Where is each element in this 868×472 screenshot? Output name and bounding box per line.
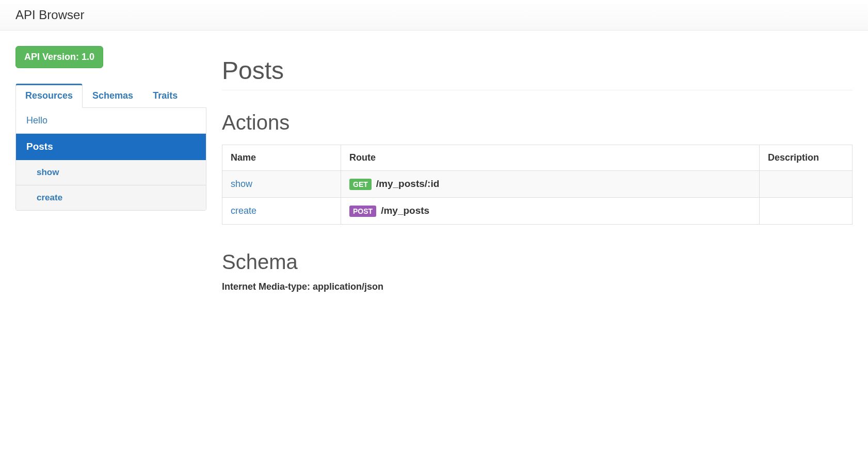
- tab-traits[interactable]: Traits: [143, 84, 187, 108]
- actions-table: Name Route Description show GET /my_post…: [222, 145, 853, 225]
- action-name-cell: create: [222, 198, 341, 225]
- navbar-brand[interactable]: API Browser: [15, 8, 84, 22]
- sidebar-item-label[interactable]: Posts: [26, 141, 53, 152]
- tab-schemas[interactable]: Schemas: [83, 84, 143, 108]
- action-link-create[interactable]: create: [231, 206, 256, 216]
- sidebar-subitem-show[interactable]: show: [16, 160, 206, 185]
- route-path: /my_posts: [381, 205, 429, 216]
- table-row: create POST /my_posts: [222, 198, 853, 225]
- th-name: Name: [222, 145, 341, 171]
- main-content: Posts Actions Name Route Description sho…: [222, 46, 853, 292]
- th-description: Description: [760, 145, 853, 171]
- api-version-button[interactable]: API Version: 1.0: [15, 46, 103, 68]
- table-row: show GET /my_posts/:id: [222, 171, 853, 198]
- action-link-show[interactable]: show: [231, 179, 252, 189]
- sidebar-item-posts[interactable]: Posts: [16, 134, 206, 160]
- resource-list: Hello Posts show create: [16, 108, 206, 210]
- schema-heading: Schema: [222, 250, 853, 274]
- tab-schemas-label[interactable]: Schemas: [83, 84, 143, 108]
- action-description-cell: [760, 171, 853, 198]
- navbar: API Browser: [0, 0, 868, 30]
- sidebar-subitem-create[interactable]: create: [16, 185, 206, 210]
- table-header-row: Name Route Description: [222, 145, 853, 171]
- actions-heading: Actions: [222, 111, 853, 134]
- main-container: API Version: 1.0 Resources Schemas Trait…: [0, 30, 868, 308]
- sidebar-panel: Hello Posts show create: [15, 108, 206, 211]
- action-route-cell: GET /my_posts/:id: [341, 171, 760, 198]
- sidebar: API Version: 1.0 Resources Schemas Trait…: [15, 46, 206, 292]
- th-route: Route: [341, 145, 760, 171]
- sidebar-tabs: Resources Schemas Traits: [15, 84, 206, 108]
- sidebar-subitem-label[interactable]: create: [37, 193, 62, 202]
- media-type-label: Internet Media-type: application/json: [222, 281, 853, 292]
- tab-resources-label[interactable]: Resources: [15, 84, 83, 108]
- sidebar-subitem-label[interactable]: show: [37, 167, 59, 177]
- sidebar-item-label[interactable]: Hello: [26, 115, 47, 125]
- route-path: /my_posts/:id: [376, 178, 439, 189]
- action-description-cell: [760, 198, 853, 225]
- http-method-badge: POST: [349, 206, 376, 217]
- action-name-cell: show: [222, 171, 341, 198]
- tab-resources[interactable]: Resources: [15, 84, 83, 108]
- action-route-cell: POST /my_posts: [341, 198, 760, 225]
- http-method-badge: GET: [349, 179, 372, 190]
- page-title: Posts: [222, 56, 853, 90]
- tab-traits-label[interactable]: Traits: [143, 84, 187, 108]
- sidebar-item-hello[interactable]: Hello: [16, 108, 206, 134]
